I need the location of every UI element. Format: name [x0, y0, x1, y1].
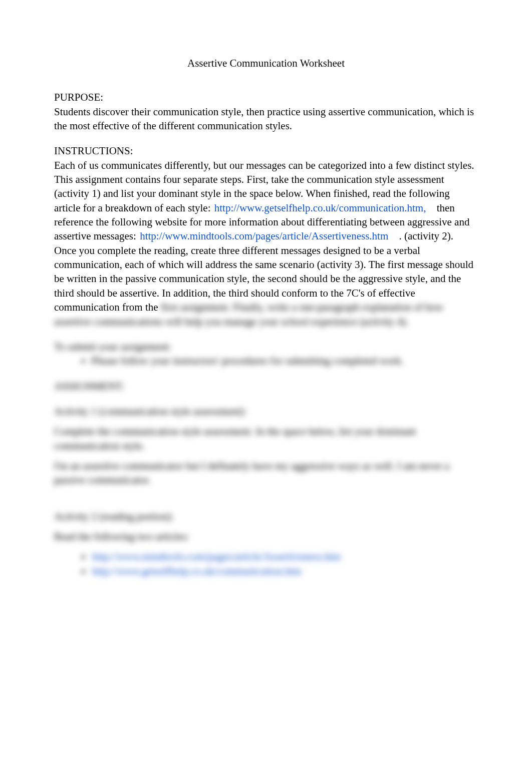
instructions-heading: INSTRUCTIONS: — [54, 144, 478, 158]
instructions-section: INSTRUCTIONS: Each of us communicates di… — [54, 144, 478, 328]
purpose-text: Students discover their communication st… — [54, 105, 478, 133]
assignment-heading: ASSIGNMENT: — [54, 379, 478, 393]
link-getselfhelp-2[interactable]: http://www.getselfhelp.co.uk/communicati… — [91, 565, 309, 578]
activity2-links: http://www.mindtools.com/pages/article/A… — [54, 550, 478, 578]
activity2-heading: Activity 2 (reading portion): — [54, 509, 478, 524]
link-mindtools[interactable]: http://www.mindtools.com/pages/article/A… — [139, 229, 396, 242]
activity2-link-item: http://www.getselfhelp.co.uk/communicati… — [91, 564, 478, 578]
purpose-heading: PURPOSE: — [54, 90, 478, 104]
purpose-section: PURPOSE: Students discover their communi… — [54, 90, 478, 133]
activity2-link-item: http://www.mindtools.com/pages/article/A… — [91, 550, 478, 564]
activity1-heading: Activity 1 (communication style assessme… — [54, 404, 478, 418]
submit-item: Please follow your instructors' procedur… — [91, 354, 478, 368]
document-title: Assertive Communication Worksheet — [54, 56, 478, 70]
submit-list: Please follow your instructors' procedur… — [54, 354, 478, 368]
link-mindtools-2[interactable]: http://www.mindtools.com/pages/article/A… — [91, 550, 349, 563]
blurred-content: To submit your assignment: Please follow… — [54, 340, 478, 578]
activity1-body: Complete the communication style assessm… — [54, 424, 478, 453]
link-getselfhelp[interactable]: http://www.getselfhelp.co.uk/communicati… — [213, 201, 434, 214]
activity2-body: Read the following two articles: — [54, 530, 478, 544]
instructions-body: Each of us communicates differently, but… — [54, 158, 478, 329]
submit-section: To submit your assignment: Please follow… — [54, 340, 478, 368]
title-text: Assertive Communication Worksheet — [187, 57, 345, 69]
submit-heading: To submit your assignment: — [54, 340, 478, 354]
activity1-answer: I'm an assertive communicator but I defi… — [54, 459, 478, 487]
